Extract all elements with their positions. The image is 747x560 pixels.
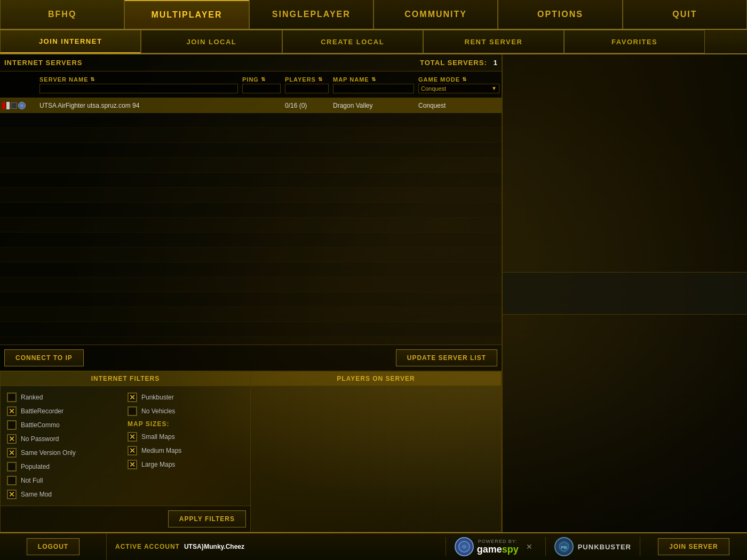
small-maps-check-mark: ✕ [129, 433, 136, 441]
col-game-mode-header: GAME MODE ⇅ Conquest ▼ [416, 76, 502, 93]
col-server-name-header: SERVER NAME ⇅ [37, 76, 240, 93]
subnav-favorites[interactable]: FAVORITES [564, 30, 705, 53]
filter-battlecommo[interactable]: BattleCommo [5, 418, 125, 432]
not-full-checkbox[interactable] [7, 476, 17, 485]
nav-community[interactable]: COMMUNITY [374, 0, 498, 29]
subnav-rent-server[interactable]: RENT SERVER [423, 30, 564, 53]
no-password-label: No Password [21, 435, 59, 443]
top-nav: BFHQ MULTIPLAYER SINGLEPLAYER COMMUNITY … [0, 0, 747, 30]
battlecommo-checkbox[interactable] [7, 420, 17, 430]
medium-maps-check-mark: ✕ [129, 447, 136, 454]
subnav-join-local[interactable]: JOIN LOCAL [141, 30, 282, 53]
close-gamespy-button[interactable]: ✕ [522, 542, 537, 551]
punkbuster-section: PB PUNKBUSTER [546, 537, 640, 556]
large-maps-checkbox[interactable]: ✕ [128, 460, 137, 469]
total-servers-label: TOTAL SERVERS: [420, 59, 487, 67]
punkbuster-icon: PB [554, 537, 574, 556]
update-server-list-button[interactable]: UPDATE SERVER LIST [396, 349, 497, 366]
map-name-sort-icon[interactable]: ⇅ [371, 76, 376, 82]
nav-options[interactable]: OPTIONS [498, 0, 622, 29]
filter-same-version[interactable]: ✕ Same Version Only [5, 446, 125, 460]
ranked-checkbox[interactable] [7, 393, 17, 402]
col-players-header: PLAYERS ⇅ [283, 76, 331, 93]
nav-quit[interactable]: QUIT [623, 0, 747, 29]
battlerecorder-checkbox[interactable]: ✕ [7, 406, 17, 416]
punkbuster-label: Punkbuster [141, 394, 174, 401]
empty-row [0, 128, 502, 143]
empty-row [0, 277, 502, 292]
empty-row [0, 143, 502, 158]
join-server-button[interactable]: JOIN SERVER [658, 538, 729, 555]
small-square-icon [11, 102, 17, 109]
same-mod-checkbox[interactable]: ✕ [7, 490, 17, 499]
nav-multiplayer[interactable]: MULTIPLAYER [124, 0, 249, 29]
filter-no-vehicles[interactable]: No Vehicles [125, 404, 246, 418]
empty-row [0, 262, 502, 277]
filter-battlerecorder[interactable]: ✕ BattleRecorder [5, 404, 125, 418]
empty-row [0, 307, 502, 322]
nav-bfhq[interactable]: BFHQ [0, 0, 124, 29]
server-table: SERVER NAME ⇅ PING ⇅ P [0, 71, 502, 371]
white-bar-icon [6, 102, 10, 109]
subnav-create-local[interactable]: CREATE LOCAL [282, 30, 423, 53]
empty-rows [0, 113, 502, 337]
filter-small-maps[interactable]: ✕ Small Maps [125, 430, 246, 444]
bottom-bar: LOGOUT ACTIVE ACCOUNT UTSA}Munky.Cheez P… [0, 532, 747, 560]
filter-same-mod[interactable]: ✕ Same Mod [5, 487, 125, 501]
server-name-sort-icon[interactable]: ⇅ [90, 76, 95, 82]
no-vehicles-label: No Vehicles [141, 407, 175, 415]
gamespy-logo: POWERED BY: gamespy ✕ [446, 537, 546, 556]
empty-row [0, 188, 502, 203]
filter-no-password[interactable]: ✕ No Password [5, 432, 125, 446]
server-name-filter-input[interactable] [39, 84, 238, 93]
game-mode-dropdown-arrow: ▼ [489, 85, 499, 91]
empty-row [0, 247, 502, 262]
subnav-join-internet[interactable]: JOIN INTERNET [0, 30, 141, 53]
gamespy-icon [455, 537, 474, 556]
small-maps-checkbox[interactable]: ✕ [128, 432, 137, 442]
filter-col-left: Ranked ✕ BattleRecorder BattleCommo [5, 390, 125, 501]
punkbuster-check-mark: ✕ [129, 394, 136, 401]
filter-ranked[interactable]: Ranked [5, 390, 125, 404]
large-maps-check-mark: ✕ [129, 461, 136, 468]
gamespy-svg [458, 541, 470, 553]
game-mode-sort-icon[interactable]: ⇅ [462, 76, 467, 82]
punkbuster-checkbox[interactable]: ✕ [128, 393, 137, 402]
apply-filters-row: APPLY FILTERS [1, 506, 250, 532]
table-row[interactable]: UTSA AirFighter utsa.spruz.com 94 0/16 (… [0, 98, 502, 113]
logout-button[interactable]: LOGOUT [27, 538, 80, 555]
internet-filters: INTERNET FILTERS Ranked ✕ [0, 371, 251, 532]
filter-not-full[interactable]: Not Full [5, 474, 125, 487]
map-name-filter-input[interactable] [333, 84, 414, 93]
empty-row [0, 322, 502, 337]
empty-row [0, 173, 502, 188]
no-vehicles-checkbox[interactable] [128, 406, 137, 416]
battlecommo-label: BattleCommo [21, 421, 60, 429]
ping-sort-icon[interactable]: ⇅ [261, 76, 266, 82]
game-mode-value: Conquest [419, 84, 489, 93]
row-server-name: UTSA AirFighter utsa.spruz.com 94 [37, 102, 240, 109]
medium-maps-checkbox[interactable]: ✕ [128, 446, 137, 455]
no-password-check-mark: ✕ [9, 435, 15, 443]
game-mode-dropdown[interactable]: Conquest ▼ [418, 84, 499, 93]
not-full-label: Not Full [21, 477, 43, 484]
powered-by-label: POWERED BY: [478, 539, 518, 544]
nav-singleplayer[interactable]: SINGLEPLAYER [249, 0, 374, 29]
filter-large-maps[interactable]: ✕ Large Maps [125, 458, 246, 471]
ping-filter-input[interactable] [242, 84, 281, 93]
large-maps-label: Large Maps [141, 461, 175, 468]
empty-row [0, 218, 502, 233]
filter-medium-maps[interactable]: ✕ Medium Maps [125, 444, 246, 458]
filter-punkbuster[interactable]: ✕ Punkbuster [125, 390, 246, 404]
empty-row [0, 203, 502, 218]
players-filter-input[interactable] [285, 84, 329, 93]
no-password-checkbox[interactable]: ✕ [7, 434, 17, 444]
players-sort-icon[interactable]: ⇅ [318, 76, 323, 82]
filter-populated[interactable]: Populated [5, 460, 125, 474]
populated-label: Populated [21, 463, 50, 470]
connect-to-ip-button[interactable]: CONNECT TO IP [4, 349, 84, 366]
empty-row [0, 233, 502, 247]
same-version-checkbox[interactable]: ✕ [7, 448, 17, 458]
apply-filters-button[interactable]: APPLY FILTERS [168, 510, 246, 527]
populated-checkbox[interactable] [7, 462, 17, 471]
